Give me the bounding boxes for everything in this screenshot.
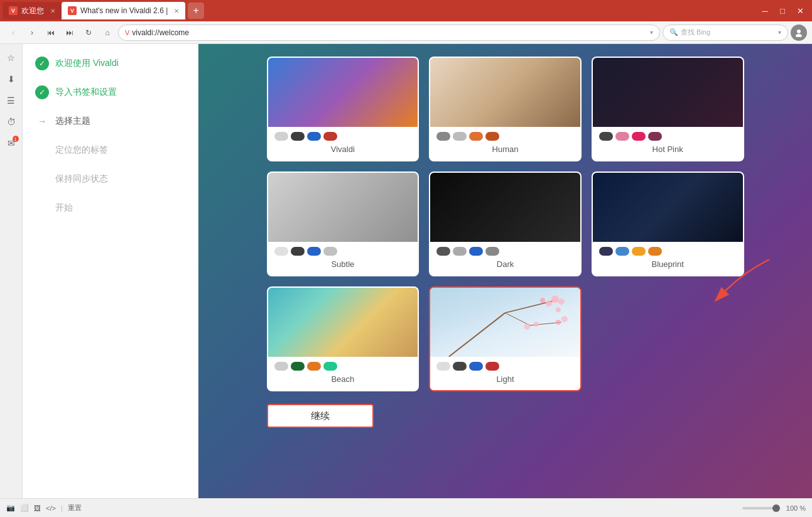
- svg-point-0: [797, 30, 801, 33]
- zoom-slider[interactable]: [742, 507, 780, 509]
- theme-preview-dark: [430, 173, 580, 242]
- search-icon: 🔍: [669, 28, 678, 36]
- dot: [469, 132, 483, 141]
- theme-card-vivaldi[interactable]: Vivaldi: [267, 57, 420, 161]
- address-dropdown-icon[interactable]: ▾: [650, 29, 653, 36]
- tab-close-1[interactable]: ✕: [50, 8, 55, 14]
- tab-bar: V 欢迎您 ✕ V What's new in Vivaldi 2.6 | ✕ …: [0, 0, 757, 21]
- theme-preview-subtle: [268, 173, 418, 242]
- theme-name-human: Human: [436, 144, 574, 154]
- dot: [648, 132, 662, 141]
- rewind-button[interactable]: ⏮: [43, 24, 59, 41]
- home-button[interactable]: ⌂: [99, 24, 116, 41]
- theme-card-dark[interactable]: Dark: [429, 171, 582, 276]
- step-sync[interactable]: 保持同步状态: [35, 172, 185, 186]
- tab-label-2: What's new in Vivaldi 2.6 |: [80, 6, 168, 15]
- address-url: vivaldi://welcome: [132, 28, 650, 37]
- theme-bottom-vivaldi: Vivaldi: [268, 127, 418, 160]
- left-panel: ✓ 欢迎使用 Vivaldi ✓ 导入书签和设置 → 选择主题 定位您的标签 保…: [23, 44, 198, 517]
- dot: [632, 247, 646, 256]
- new-tab-button[interactable]: +: [188, 3, 204, 19]
- zoom-level: 100 %: [786, 504, 806, 512]
- status-icon-code[interactable]: </>: [46, 504, 56, 512]
- sidebar-item-history[interactable]: ⏱: [3, 113, 20, 131]
- theme-card-subtle[interactable]: Subtle: [267, 171, 420, 276]
- mail-badge: 1: [13, 136, 19, 142]
- continue-button[interactable]: 继续: [267, 404, 374, 428]
- step-start[interactable]: 开始: [35, 201, 185, 215]
- dot: [485, 247, 499, 256]
- dot: [599, 132, 613, 141]
- user-icon: [794, 28, 803, 37]
- svg-point-14: [524, 324, 530, 330]
- status-icon-screen[interactable]: ⬜: [20, 504, 29, 512]
- dot: [632, 132, 646, 141]
- step-tabs[interactable]: 定位您的标签: [35, 143, 185, 157]
- step-arrow-theme: →: [35, 114, 49, 128]
- sidebar-item-download[interactable]: ⬇: [3, 70, 20, 88]
- content-area: Vivaldi Human: [198, 44, 812, 517]
- theme-card-human[interactable]: Human: [429, 57, 582, 161]
- theme-preview-light: [430, 288, 580, 357]
- dot: [274, 247, 288, 256]
- dot: [453, 362, 467, 371]
- status-bar: 📷 ⬜ 🖼 </> | 重置 100 %: [0, 498, 812, 517]
- dot: [291, 132, 305, 141]
- minimize-button[interactable]: ─: [757, 3, 773, 19]
- address-bar[interactable]: V vivaldi://welcome ▾: [118, 24, 660, 41]
- search-bar[interactable]: 🔍 查找 Bing ▾: [663, 24, 788, 41]
- sidebar-item-notes[interactable]: ☰: [3, 92, 20, 109]
- theme-card-beach[interactable]: Beach: [267, 286, 420, 391]
- theme-card-light[interactable]: Light: [429, 286, 582, 391]
- svg-point-8: [540, 298, 545, 303]
- close-button[interactable]: ✕: [792, 3, 808, 19]
- theme-bottom-human: Human: [430, 127, 580, 160]
- svg-point-10: [556, 307, 561, 312]
- back-button[interactable]: ‹: [5, 24, 21, 41]
- sidebar-icon-panel: ☆ ⬇ ☰ ⏱ ✉ 1 +: [0, 44, 23, 517]
- svg-point-1: [796, 34, 802, 37]
- status-icon-camera[interactable]: 📷: [6, 504, 15, 512]
- forward-button[interactable]: ›: [24, 24, 40, 41]
- theme-dots-vivaldi: [274, 132, 412, 141]
- tab-whats-new[interactable]: V What's new in Vivaldi 2.6 | ✕: [62, 2, 185, 19]
- tab-welcome[interactable]: V 欢迎您 ✕: [3, 2, 62, 19]
- svg-line-2: [449, 313, 506, 357]
- dot: [615, 132, 629, 141]
- dot: [469, 362, 483, 371]
- theme-card-hotpink[interactable]: Hot Pink: [592, 57, 744, 161]
- main-layout: ☆ ⬇ ☰ ⏱ ✉ 1 + ✓ 欢迎使用 Vivaldi ✓ 导入书签和设置 →…: [0, 44, 812, 517]
- dot: [323, 362, 337, 371]
- dot: [274, 132, 288, 141]
- theme-grid: Vivaldi Human: [267, 57, 744, 391]
- tab-close-2[interactable]: ✕: [174, 8, 179, 14]
- sidebar-item-mail[interactable]: ✉ 1: [3, 134, 20, 152]
- step-label-sync: 保持同步状态: [55, 173, 108, 185]
- svg-point-7: [546, 300, 552, 307]
- sidebar-item-bookmark[interactable]: ☆: [3, 49, 20, 67]
- refresh-button[interactable]: ↻: [80, 24, 97, 41]
- dot: [291, 247, 305, 256]
- tab-favicon-2: V: [68, 6, 77, 15]
- dot: [307, 362, 321, 371]
- user-avatar[interactable]: [791, 24, 807, 41]
- theme-bottom-subtle: Subtle: [268, 242, 418, 275]
- search-dropdown-icon[interactable]: ▾: [778, 29, 781, 36]
- step-label-welcome: 欢迎使用 Vivaldi: [55, 58, 119, 69]
- dot: [485, 132, 499, 141]
- maximize-button[interactable]: □: [774, 3, 791, 19]
- step-theme[interactable]: → 选择主题: [35, 114, 185, 128]
- status-icon-image[interactable]: 🖼: [34, 504, 41, 512]
- fast-forward-button[interactable]: ⏭: [62, 24, 78, 41]
- dot: [453, 132, 467, 141]
- svg-line-4: [505, 313, 530, 325]
- continue-section: 继续: [267, 404, 744, 428]
- theme-name-dark: Dark: [436, 259, 574, 269]
- dot: [307, 132, 321, 141]
- svg-point-13: [534, 322, 539, 327]
- dot: [307, 247, 321, 256]
- dot: [291, 362, 305, 371]
- status-separator: |: [61, 504, 63, 512]
- title-bar: V 欢迎您 ✕ V What's new in Vivaldi 2.6 | ✕ …: [0, 0, 812, 21]
- theme-dots-subtle: [274, 247, 412, 256]
